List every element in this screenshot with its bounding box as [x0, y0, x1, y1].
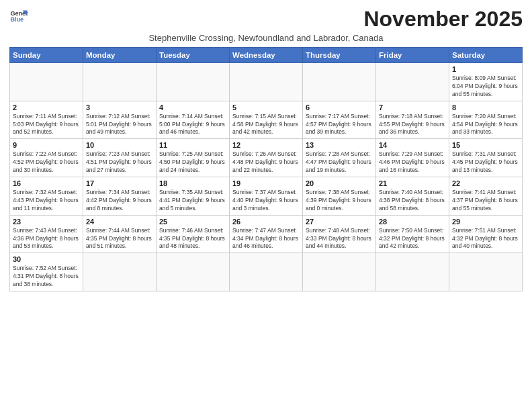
calendar-cell	[83, 63, 157, 101]
calendar-cell: 27Sunrise: 7:48 AM Sunset: 4:33 PM Dayli…	[303, 215, 376, 253]
calendar-cell	[10, 63, 83, 101]
day-info: Sunrise: 7:51 AM Sunset: 4:32 PM Dayligh…	[452, 227, 519, 251]
calendar-cell	[83, 253, 157, 291]
day-info: Sunrise: 7:37 AM Sunset: 4:40 PM Dayligh…	[232, 189, 300, 213]
day-info: Sunrise: 7:28 AM Sunset: 4:47 PM Dayligh…	[306, 150, 373, 175]
day-info: Sunrise: 7:38 AM Sunset: 4:39 PM Dayligh…	[306, 189, 373, 213]
calendar-cell: 28Sunrise: 7:50 AM Sunset: 4:32 PM Dayli…	[376, 215, 449, 253]
calendar-header-row: SundayMondayTuesdayWednesdayThursdayFrid…	[10, 48, 523, 63]
day-info: Sunrise: 7:26 AM Sunset: 4:48 PM Dayligh…	[232, 150, 300, 175]
calendar-page: General Blue November 2025 Stephenville …	[0, 0, 532, 298]
day-number: 17	[86, 179, 153, 187]
day-info: Sunrise: 7:22 AM Sunset: 4:52 PM Dayligh…	[13, 150, 80, 175]
day-number: 9	[13, 141, 80, 149]
day-info: Sunrise: 7:15 AM Sunset: 4:58 PM Dayligh…	[232, 113, 300, 137]
calendar-cell	[230, 253, 303, 291]
general-blue-logo-icon: General Blue	[9, 7, 28, 26]
week-row-1: 2Sunrise: 7:11 AM Sunset: 5:03 PM Daylig…	[10, 101, 523, 139]
day-info: Sunrise: 7:46 AM Sunset: 4:35 PM Dayligh…	[159, 227, 226, 251]
day-info: Sunrise: 7:11 AM Sunset: 5:03 PM Dayligh…	[13, 113, 80, 137]
day-number: 27	[306, 218, 373, 226]
day-info: Sunrise: 8:09 AM Sunset: 6:04 PM Dayligh…	[452, 75, 519, 99]
header-sunday: Sunday	[10, 48, 83, 63]
day-number: 16	[13, 179, 80, 187]
day-info: Sunrise: 7:14 AM Sunset: 5:00 PM Dayligh…	[159, 113, 226, 137]
calendar-cell: 4Sunrise: 7:14 AM Sunset: 5:00 PM Daylig…	[157, 101, 230, 139]
calendar-cell	[303, 63, 376, 101]
calendar-cell: 19Sunrise: 7:37 AM Sunset: 4:40 PM Dayli…	[230, 177, 303, 216]
day-info: Sunrise: 7:20 AM Sunset: 4:54 PM Dayligh…	[452, 113, 519, 137]
calendar-cell: 2Sunrise: 7:11 AM Sunset: 5:03 PM Daylig…	[10, 101, 83, 139]
day-info: Sunrise: 7:18 AM Sunset: 4:55 PM Dayligh…	[379, 113, 446, 137]
header-saturday: Saturday	[449, 48, 523, 63]
week-row-0: 1Sunrise: 8:09 AM Sunset: 6:04 PM Daylig…	[10, 63, 523, 101]
svg-text:Blue: Blue	[10, 16, 24, 23]
day-info: Sunrise: 7:31 AM Sunset: 4:45 PM Dayligh…	[452, 150, 519, 175]
header-thursday: Thursday	[303, 48, 376, 63]
day-number: 19	[232, 179, 300, 187]
day-info: Sunrise: 7:12 AM Sunset: 5:01 PM Dayligh…	[86, 113, 153, 137]
day-info: Sunrise: 7:32 AM Sunset: 4:43 PM Dayligh…	[13, 189, 80, 213]
week-row-3: 16Sunrise: 7:32 AM Sunset: 4:43 PM Dayli…	[10, 177, 523, 216]
day-info: Sunrise: 7:47 AM Sunset: 4:34 PM Dayligh…	[232, 227, 300, 251]
calendar-cell	[230, 63, 303, 101]
logo: General Blue	[9, 7, 28, 26]
calendar-cell	[449, 253, 523, 291]
calendar-cell	[157, 63, 230, 101]
day-number: 3	[86, 103, 153, 111]
day-number: 2	[13, 103, 80, 111]
day-info: Sunrise: 7:29 AM Sunset: 4:46 PM Dayligh…	[379, 150, 446, 175]
calendar-cell: 13Sunrise: 7:28 AM Sunset: 4:47 PM Dayli…	[303, 139, 376, 177]
day-info: Sunrise: 7:41 AM Sunset: 4:37 PM Dayligh…	[452, 189, 519, 213]
header: General Blue November 2025	[9, 7, 523, 32]
calendar-cell: 25Sunrise: 7:46 AM Sunset: 4:35 PM Dayli…	[157, 215, 230, 253]
day-number: 20	[306, 179, 373, 187]
calendar-cell: 20Sunrise: 7:38 AM Sunset: 4:39 PM Dayli…	[303, 177, 376, 216]
day-number: 25	[159, 218, 226, 226]
calendar-cell: 23Sunrise: 7:43 AM Sunset: 4:36 PM Dayli…	[10, 215, 83, 253]
day-number: 14	[379, 141, 446, 149]
month-title: November 2025	[363, 7, 523, 32]
day-info: Sunrise: 7:23 AM Sunset: 4:51 PM Dayligh…	[86, 150, 153, 175]
day-number: 23	[13, 218, 80, 226]
day-number: 12	[232, 141, 300, 149]
day-info: Sunrise: 7:34 AM Sunset: 4:42 PM Dayligh…	[86, 189, 153, 213]
calendar-table: SundayMondayTuesdayWednesdayThursdayFrid…	[9, 47, 523, 291]
header-tuesday: Tuesday	[157, 48, 230, 63]
calendar-cell: 6Sunrise: 7:17 AM Sunset: 4:57 PM Daylig…	[303, 101, 376, 139]
calendar-cell: 3Sunrise: 7:12 AM Sunset: 5:01 PM Daylig…	[83, 101, 157, 139]
calendar-cell: 7Sunrise: 7:18 AM Sunset: 4:55 PM Daylig…	[376, 101, 449, 139]
calendar-cell: 10Sunrise: 7:23 AM Sunset: 4:51 PM Dayli…	[83, 139, 157, 177]
header-monday: Monday	[83, 48, 157, 63]
calendar-cell: 29Sunrise: 7:51 AM Sunset: 4:32 PM Dayli…	[449, 215, 523, 253]
day-number: 7	[379, 103, 446, 111]
day-info: Sunrise: 7:44 AM Sunset: 4:35 PM Dayligh…	[86, 227, 153, 251]
day-number: 4	[159, 103, 226, 111]
day-info: Sunrise: 7:50 AM Sunset: 4:32 PM Dayligh…	[379, 227, 446, 251]
day-number: 29	[452, 218, 519, 226]
calendar-cell: 16Sunrise: 7:32 AM Sunset: 4:43 PM Dayli…	[10, 177, 83, 216]
calendar-cell: 9Sunrise: 7:22 AM Sunset: 4:52 PM Daylig…	[10, 139, 83, 177]
day-number: 28	[379, 218, 446, 226]
day-number: 22	[452, 179, 519, 187]
calendar-cell: 21Sunrise: 7:40 AM Sunset: 4:38 PM Dayli…	[376, 177, 449, 216]
day-info: Sunrise: 7:17 AM Sunset: 4:57 PM Dayligh…	[306, 113, 373, 137]
calendar-cell: 8Sunrise: 7:20 AM Sunset: 4:54 PM Daylig…	[449, 101, 523, 139]
day-number: 6	[306, 103, 373, 111]
calendar-cell: 14Sunrise: 7:29 AM Sunset: 4:46 PM Dayli…	[376, 139, 449, 177]
day-info: Sunrise: 7:35 AM Sunset: 4:41 PM Dayligh…	[159, 189, 226, 213]
day-info: Sunrise: 7:40 AM Sunset: 4:38 PM Dayligh…	[379, 189, 446, 213]
week-row-5: 30Sunrise: 7:52 AM Sunset: 4:31 PM Dayli…	[10, 253, 523, 291]
location-subtitle: Stephenville Crossing, Newfoundland and …	[9, 33, 523, 43]
calendar-cell	[303, 253, 376, 291]
calendar-cell: 1Sunrise: 8:09 AM Sunset: 6:04 PM Daylig…	[449, 63, 523, 101]
day-number: 21	[379, 179, 446, 187]
day-number: 1	[452, 65, 519, 73]
header-friday: Friday	[376, 48, 449, 63]
calendar-cell: 17Sunrise: 7:34 AM Sunset: 4:42 PM Dayli…	[83, 177, 157, 216]
day-number: 15	[452, 141, 519, 149]
calendar-cell: 12Sunrise: 7:26 AM Sunset: 4:48 PM Dayli…	[230, 139, 303, 177]
calendar-cell: 18Sunrise: 7:35 AM Sunset: 4:41 PM Dayli…	[157, 177, 230, 216]
calendar-cell: 30Sunrise: 7:52 AM Sunset: 4:31 PM Dayli…	[10, 253, 83, 291]
week-row-2: 9Sunrise: 7:22 AM Sunset: 4:52 PM Daylig…	[10, 139, 523, 177]
